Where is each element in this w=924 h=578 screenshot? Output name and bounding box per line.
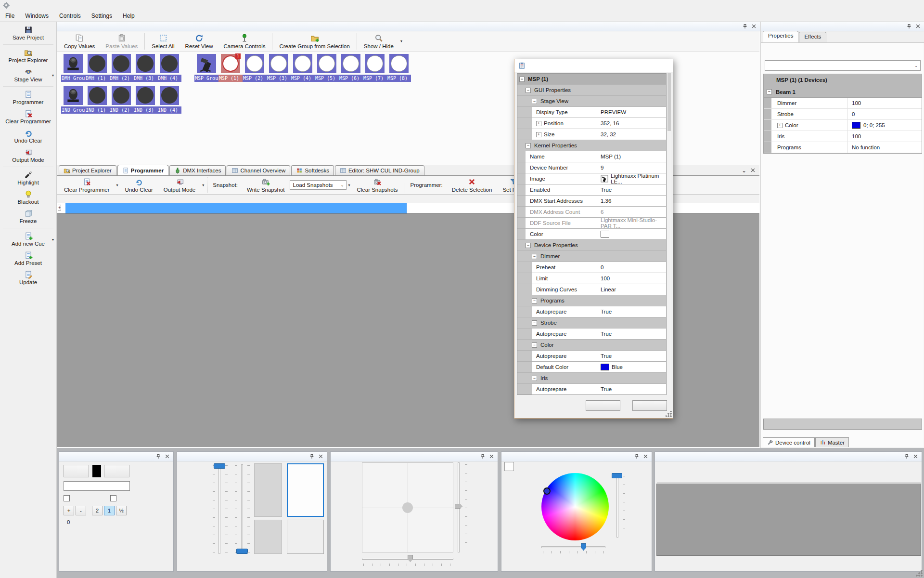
device-value-row-programs[interactable]: ProgramsNo function [764,142,922,153]
pin-icon[interactable] [905,23,913,30]
chevron-down-icon[interactable]: ⌄ [742,167,746,174]
reset-view-button[interactable]: Reset View [180,31,218,51]
property-value[interactable]: MSP (1) [597,151,666,162]
device-dmh-2[interactable]: DMH (2) [109,54,133,82]
chevron-down-icon[interactable]: ▾ [52,237,54,242]
device-ind-4[interactable]: IND (4) [157,86,181,114]
device-dmh-3[interactable]: DMH (3) [133,54,157,82]
collapse-icon[interactable]: − [532,298,537,303]
dialog-minimize-button[interactable] [614,60,630,72]
dialog-property-ddf-source-file[interactable]: DDF Source FileLightmaxx Mini-Studio-PAR… [517,218,666,229]
device-icon-box[interactable] [88,86,107,105]
dialog-property-device-number[interactable]: Device Number9 [517,162,666,173]
tab-channel-overview[interactable]: Channel Overview [227,165,290,175]
device-ind-1[interactable]: IND (1) [85,86,109,114]
undo-clear-button[interactable]: Undo Clear [120,176,158,194]
property-value[interactable] [597,229,666,239]
property-value[interactable]: PREVIEW [597,107,666,118]
shutter-open-button[interactable] [254,463,282,517]
tab-project-explorer[interactable]: Project Explorer [59,165,116,175]
show-hide-button[interactable]: Show / Hide [359,31,399,51]
device-dmh-4[interactable]: DMH (4) [157,54,181,82]
device-icon-box[interactable] [365,54,385,73]
device-icon-box[interactable] [160,54,179,73]
sidebar-item-save-project[interactable]: Save Project [0,24,56,43]
device-msp-3[interactable]: MSP (3) [267,54,291,82]
color-wheel[interactable] [541,473,609,540]
dialog-property-position[interactable]: +Position352, 16 [517,118,666,129]
value-slider-thumb[interactable] [612,473,622,478]
device-icon-box[interactable] [341,54,360,73]
device-dmh-group[interactable]: DMH Group [61,54,85,82]
dialog-close-button[interactable] [653,60,669,72]
checkbox-icon[interactable] [64,495,70,501]
pin-icon[interactable] [479,453,487,460]
shutter-close-button[interactable] [254,520,282,554]
tab-properties[interactable]: Properties [763,31,798,42]
property-value[interactable]: 100 [848,131,922,142]
hue-slider-thumb[interactable] [581,543,586,551]
maximize-button[interactable] [881,0,902,11]
device-icon-box[interactable] [112,54,131,73]
device-icon-box[interactable]: 1 [221,54,240,73]
load-snapshots-dropdown[interactable]: Load Snapshots⌄ [290,180,346,190]
device-icon-box[interactable] [197,54,216,73]
sidebar-item-programmer[interactable]: Programmer [0,88,56,107]
device-ind-3[interactable]: IND (3) [133,86,157,114]
expand-icon[interactable]: + [536,132,541,137]
device-icon-box[interactable] [160,86,179,105]
beat-button-1[interactable]: 1 [104,506,115,515]
sidebar-item-highlight[interactable]: Highlight [0,169,56,188]
dialog-property-dmx-start-addresses[interactable]: DMX Start Addresses1.36 [517,196,666,207]
sidebar-item-add-preset[interactable]: Add Preset [0,249,56,268]
dialog-property-default-color[interactable]: Default ColorBlue [517,362,666,373]
minimize-button[interactable] [859,0,881,11]
property-value[interactable]: 0; 0; 255 [848,120,922,131]
dialog-property-autoprepare[interactable]: AutoprepareTrue [517,351,666,362]
sync-button[interactable] [104,465,129,477]
device-value-row-strobe[interactable]: Strobe0 [764,109,922,120]
chevron-down-icon[interactable]: ▾ [346,183,351,187]
clear-snapshots-button[interactable]: Clear Snapshots [352,176,403,194]
tap-button[interactable] [64,465,89,477]
delete-selection-button[interactable]: Delete Selection [447,176,498,194]
collapse-icon[interactable]: − [767,89,772,94]
pin-icon[interactable] [903,453,911,460]
device-msp-8[interactable]: MSP (8) [387,54,411,82]
dialog-property-enabled[interactable]: EnabledTrue [517,184,666,196]
property-value[interactable]: 1.36 [597,196,666,206]
device-icon-box[interactable] [245,54,264,73]
cancel-button[interactable] [632,400,667,411]
row-expander-icon[interactable]: + [58,204,61,210]
device-dmh-1[interactable]: DMH (1) [85,54,109,82]
dialog-property-dimming-curves[interactable]: Dimming CurvesLinear [517,284,666,295]
expand-icon[interactable]: + [536,121,541,126]
chevron-down-icon[interactable]: ▾ [115,183,120,187]
pin-icon[interactable] [308,453,316,460]
property-value[interactable]: True [597,351,666,361]
property-value[interactable]: Lightmaxx Platinum LE... [597,173,666,184]
device-icon-box[interactable] [64,54,83,73]
enabled-checkbox[interactable] [64,495,72,501]
device-value-row-color[interactable]: +Color0; 0; 255 [764,120,922,131]
window-resize-grip[interactable] [916,570,923,577]
clear-programmer-button[interactable]: Clear Programmer [59,176,115,194]
sidebar-item-update[interactable]: Update [0,268,56,288]
sidebar-item-stage-view[interactable]: Stage View▾ [0,66,56,85]
close-icon[interactable] [911,453,919,460]
dialog-property-preheat[interactable]: Preheat0 [517,262,666,273]
dimmer-slider-track[interactable] [218,464,220,554]
property-value[interactable]: 352, 16 [597,118,666,129]
chevron-down-icon[interactable]: ▾ [201,183,205,187]
device-icon-box[interactable] [136,54,155,73]
collapse-icon[interactable]: − [526,88,531,93]
create-group-from-selection-button[interactable]: Create Group from Selection [274,31,355,51]
tab-programmer[interactable]: Programmer [117,165,168,175]
property-value[interactable]: True [597,306,666,317]
dialog-resize-grip[interactable] [666,411,672,417]
dialog-scrollbar[interactable] [667,73,671,395]
collapse-icon[interactable]: − [526,143,531,148]
sidebar-item-project-explorer[interactable]: Project Explorer [0,46,56,66]
dialog-maximize-button[interactable] [633,60,650,72]
property-value[interactable]: Blue [597,362,666,372]
